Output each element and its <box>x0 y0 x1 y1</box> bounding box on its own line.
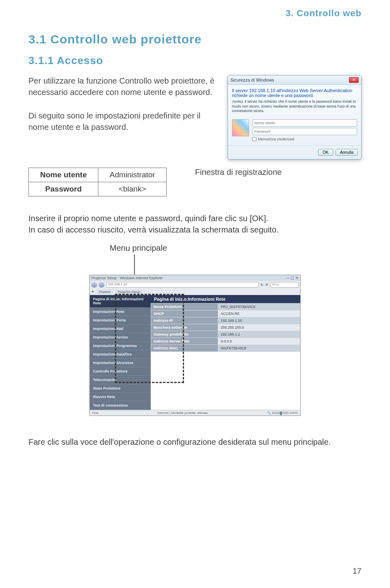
window-controls-icon[interactable]: — ▢ ✕ <box>286 276 299 280</box>
sidebar-item-control[interactable]: Controllo Proiettore <box>90 367 151 376</box>
menu-callout-label: Menu principale <box>110 243 362 253</box>
username-field[interactable] <box>252 119 357 127</box>
back-icon[interactable] <box>91 282 97 288</box>
row-val: ACCEN.RE <box>218 310 300 317</box>
dialog-msg-1: Il server 192.168.1.10 all'indirizzo Web… <box>232 88 357 98</box>
user-avatar-icon <box>232 119 249 136</box>
instruction-paragraph: Inserire il proprio nome utente e passwo… <box>28 213 362 235</box>
credentials-table: Nome utente Administrator Password <blan… <box>28 168 167 196</box>
cred-key-user: Nome utente <box>29 168 98 182</box>
cred-val-user: Administrator <box>98 168 167 182</box>
sidebar-item-program[interactable]: Impostazioni Programma <box>90 342 151 350</box>
dialog-msg-2: Avviso: il server ha richiesto che il no… <box>232 99 357 114</box>
dropdown-icon[interactable]: ✕ <box>265 283 269 287</box>
intro-paragraph-1: Per utilizzare la funzione Controllo web… <box>28 75 219 98</box>
address-bar[interactable]: 192.168.1.10 <box>106 282 259 288</box>
tab-projector-setup[interactable]: Projector Setup <box>115 290 143 294</box>
browser-title: Projector Setup - Windows Internet Explo… <box>91 276 163 280</box>
row-key: DHCP <box>151 310 218 317</box>
zoom-icon: 🔍 <box>267 411 271 415</box>
sidebar-item-test[interactable]: Test di connessione <box>90 401 151 410</box>
sidebar-item-remote[interactable]: Telecomando <box>90 376 151 384</box>
row-val: PRJ_001F6735A0C8 <box>218 304 300 310</box>
status-left: Fine <box>92 411 99 415</box>
zoom-control[interactable]: 🔍 100% <box>267 411 298 415</box>
row-key: Gateway predefinito <box>151 331 218 338</box>
callout-line <box>134 254 135 275</box>
refresh-icon[interactable]: ↻ <box>260 283 264 287</box>
dialog-title: Sicurezza di Windows <box>230 78 274 82</box>
sidebar-item-home[interactable]: Pagina di inizio: Informazioni Rete <box>90 295 151 308</box>
tab-favorites[interactable]: Preferiti <box>97 290 113 294</box>
page-title: Pagina di inizio:Informazioni Rete <box>151 295 300 303</box>
sidebar-item-restart[interactable]: Riavvio Rete <box>90 393 151 401</box>
chapter-tag: 3. Controllo web <box>286 8 362 19</box>
row-key: Maschera sottorete <box>151 324 218 331</box>
zoom-level: 100% <box>290 411 298 415</box>
row-key: Nome Proiettore <box>151 304 218 310</box>
row-key: Indirizzo Server DNS <box>151 338 218 345</box>
sidebar-item-net[interactable]: Impostazioni Rete <box>90 308 151 316</box>
closing-paragraph: Fare clic sulla voce dell'operazione o c… <box>28 436 362 448</box>
windows-security-dialog: Sicurezza di Windows ✕ Il server 192.168… <box>228 75 362 159</box>
row-key: Indirizzo IP <box>151 317 218 324</box>
password-field[interactable] <box>252 128 357 135</box>
network-info-table: Nome ProiettorePRJ_001F6735A0C8 DHCPACCE… <box>151 303 300 352</box>
close-icon[interactable]: ✕ <box>349 77 359 83</box>
row-val: 0.0.0.0 <box>218 338 300 345</box>
row-val: 192.168.1.1 <box>218 331 300 338</box>
sidebar-item-port[interactable]: Impostazioni Porta <box>90 316 151 325</box>
sidebar-menu: Pagina di inizio: Informazioni Rete Impo… <box>90 295 151 410</box>
section-title: 3.1 Controllo web proiettore <box>28 32 362 46</box>
figure-caption: Finestra di registrazione <box>195 168 282 177</box>
row-val: 192.168.1.10 <box>218 317 300 324</box>
favorites-icon[interactable]: ★ <box>91 290 94 294</box>
row-val: 255.255.255.0 <box>218 324 300 331</box>
subsection-title: 3.1.1 Accesso <box>28 54 362 67</box>
intro-paragraph-2: Di seguito sono le impostazioni predefin… <box>28 110 219 133</box>
cancel-button[interactable]: Annulla <box>336 149 358 156</box>
forward-icon[interactable] <box>99 282 104 288</box>
zoom-slider[interactable] <box>272 412 288 414</box>
ok-button[interactable]: OK <box>318 149 333 156</box>
sidebar-item-datetime[interactable]: Impostazioni Data/Ora <box>90 350 151 359</box>
row-val: 001F6735A0C8 <box>218 345 300 352</box>
sidebar-item-mail[interactable]: Impostazioni Mail <box>90 325 151 333</box>
remember-checkbox[interactable]: Memorizza credenziali <box>252 137 357 141</box>
sidebar-item-security[interactable]: Impostazioni Sicurezza <box>90 359 151 367</box>
cred-key-pass: Password <box>29 182 98 196</box>
cred-val-pass: <blank> <box>98 182 167 196</box>
browser-window: Projector Setup - Windows Internet Explo… <box>89 275 301 416</box>
status-middle: Internet | Modalità protetta: attivata <box>158 411 208 415</box>
sidebar-item-alert[interactable]: Impostazioni Avviso <box>90 333 151 342</box>
search-box[interactable]: Bing <box>270 282 299 288</box>
page-number: 17 <box>353 566 362 576</box>
row-key: Indirizzo MAC <box>151 345 218 352</box>
remember-label: Memorizza credenziali <box>258 137 295 141</box>
sidebar-item-status[interactable]: Stato Proiettore <box>90 384 151 393</box>
